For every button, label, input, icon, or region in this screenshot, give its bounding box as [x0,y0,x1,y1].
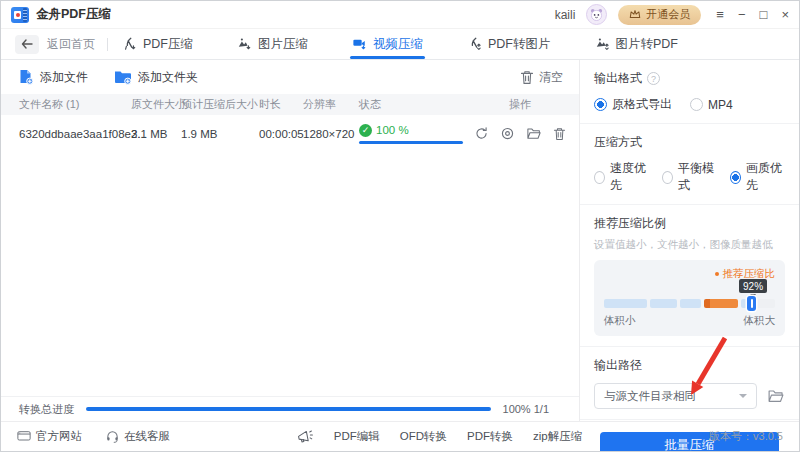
slider-handle[interactable] [747,296,756,311]
radio-original-format[interactable]: 原格式导出 [594,96,672,113]
image-compress-icon [237,37,252,51]
back-home-label[interactable]: 返回首页 [47,36,95,53]
folder-open-icon [526,126,542,141]
pdf-edit-link[interactable]: PDF编辑 [334,429,380,444]
radio-balanced[interactable]: 平衡模式 [662,160,717,194]
minimize-icon[interactable]: − [738,8,746,21]
radio-label: 画质优先 [746,160,785,194]
folder-open-icon [767,388,785,404]
pdf-convert-label: PDF转换 [467,429,513,444]
version-label: 版本号：v3.0.5 [709,429,783,444]
ratio-slider[interactable]: 92% [604,299,775,308]
radio-quality-first[interactable]: 画质优先 [730,160,785,194]
tab-image-to-pdf[interactable]: 图片转PDF [595,29,679,59]
preview-button[interactable] [500,126,515,141]
pdf-edit-label: PDF编辑 [334,429,380,444]
help-icon[interactable]: ? [647,72,660,85]
compress-mode-title: 压缩方式 [594,134,642,151]
redo-compress-button[interactable] [474,126,489,141]
app-title: 金舟PDF压缩 [36,6,111,23]
tab-image-compress[interactable]: 图片压缩 [237,29,308,59]
radio-speed-first[interactable]: 速度优先 [594,160,649,194]
delete-row-button[interactable] [553,127,566,141]
vip-label: 开通会员 [646,7,690,22]
radio-dot [594,98,607,111]
tab-label: 视频压缩 [373,36,423,53]
add-folder-button[interactable]: 添加文件夹 [114,69,198,86]
online-support-link[interactable]: 在线客服 [106,429,170,444]
col-actions: 操作 [471,97,569,112]
tab-label: PDF转图片 [488,36,551,53]
username: kaili [555,8,576,22]
col-duration: 时长 [259,97,303,112]
zip-extract-label: zip解压缩 [533,429,582,444]
video-compress-icon [352,37,367,51]
total-progress: 转换总进度 100% 1/1 [1,396,579,421]
pdf-compress-icon [122,37,137,51]
col-original-size: 原文件大小 [131,97,181,112]
ofd-convert-link[interactable]: OFD转换 [400,429,447,444]
cell-duration: 00:00:05 [259,128,303,140]
refresh-icon [474,126,489,141]
ratio-hint: 设置值越小，文件越小，图像质量越低 [594,238,785,252]
clear-list-button[interactable]: 清空 [520,69,563,86]
headset-icon [106,430,119,443]
app-window: 金舟PDF压缩 kaili 开通会员 ≡ − □ [0,0,800,452]
radio-dot [662,171,673,184]
add-folder-icon [114,69,132,85]
cell-filename: 6320ddbaae3aa1f08e3... [19,128,131,140]
settings-panel: 输出格式 ? 原格式导出 MP4 压缩方式 [579,60,799,421]
table-row: 6320ddbaae3aa1f08e3... 2.1 MB 1.9 MB 00:… [1,115,579,152]
app-logo-icon [11,7,29,23]
add-file-label: 添加文件 [40,69,88,86]
output-path-section: 输出路径 与源文件目录相同 [580,347,799,419]
maximize-icon[interactable]: □ [760,8,768,21]
avatar[interactable] [586,4,607,25]
table-header: 文件名称 (1) 原文件大小 预计压缩后大小 时长 分辨率 状态 操作 [1,94,579,115]
radio-mp4[interactable]: MP4 [690,96,733,113]
browse-folder-button[interactable] [767,388,785,404]
tab-label: 图片转PDF [616,36,679,53]
vip-upgrade-button[interactable]: 开通会员 [618,5,701,25]
compress-mode-section: 压缩方式 速度优先 平衡模式 画质优先 [580,124,799,205]
slider-min-label: 体积小 [604,314,636,328]
output-format-title: 输出格式 [594,70,642,87]
pdf-convert-link[interactable]: PDF转换 [467,429,513,444]
row-progress-bar [359,141,463,144]
clear-label: 清空 [539,69,563,86]
slider-tooltip: 92% [739,279,767,293]
add-file-button[interactable]: 添加文件 [17,69,88,86]
success-check-icon: ✓ [359,124,372,137]
official-site-link[interactable]: 官方网站 [17,429,82,444]
ratio-section: 推荐压缩比例 设置值越小，文件越小，图像质量越低 推荐压缩比 92% [580,205,799,347]
col-status: 状态 [359,97,471,112]
title-bar: 金舟PDF压缩 kaili 开通会员 ≡ − □ [1,1,799,29]
col-resolution: 分辨率 [303,97,359,112]
tab-video-compress[interactable]: 视频压缩 [352,29,423,59]
recommended-segment [704,299,738,308]
megaphone-icon [297,429,314,444]
zip-extract-link[interactable]: zip解压缩 [533,429,582,444]
tab-pdf-compress[interactable]: PDF压缩 [122,29,193,59]
output-path-value: 与源文件目录相同 [604,389,696,404]
menu-icon[interactable]: ≡ [716,8,724,21]
back-button[interactable] [15,35,39,54]
cell-status: ✓ 100 % [359,124,471,144]
open-folder-button[interactable] [526,126,542,141]
output-path-title: 输出路径 [594,357,642,374]
pdf-to-image-icon [467,37,482,51]
status-percent: 100 % [376,124,409,136]
file-list-area: 添加文件 添加文件夹 清空 文件 [1,60,579,421]
official-site-label: 官方网站 [36,429,82,444]
trash-icon [520,70,534,85]
tab-pdf-to-image[interactable]: PDF转图片 [467,29,551,59]
radio-label: 平衡模式 [678,160,717,194]
total-progress-bar [86,407,491,411]
output-path-select[interactable]: 与源文件目录相同 [594,383,757,409]
radio-label: MP4 [708,98,733,112]
close-icon[interactable]: × [781,8,789,21]
radio-label: 速度优先 [610,160,649,194]
tab-label: PDF压缩 [143,36,193,53]
radio-dot [594,171,605,184]
total-progress-value: 100% 1/1 [503,403,549,415]
